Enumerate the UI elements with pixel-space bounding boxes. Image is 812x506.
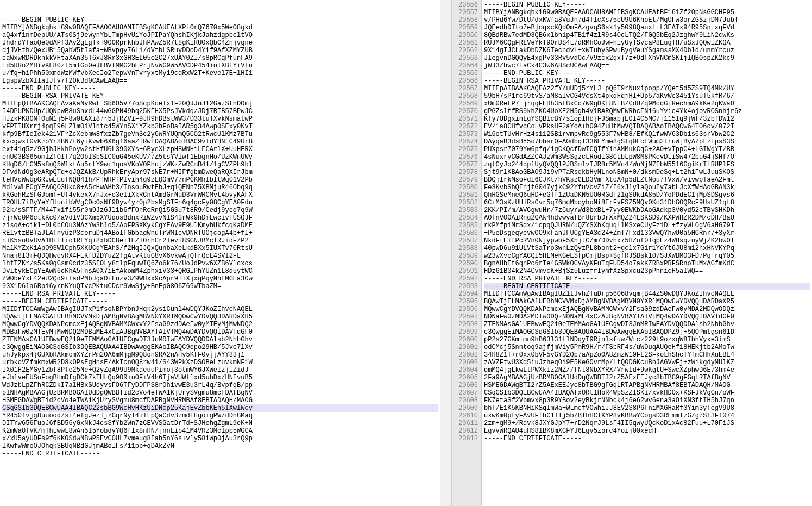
code-line: teHVcWwUpGRJwEEcTNQU41h/PTWRPfPlvih4g9zE… [2,176,438,184]
line-number: 20587 [453,237,478,245]
code-line: caWxwRDRDknkkVHtaXAn35T6xJ8Rr3xGH3EL05o2… [2,54,438,62]
code-line: BQAwTjELMAKGAlUEBhMCVVMxDjAMBgNVBAgMBVN0… [2,313,438,321]
line-number: 20580 [453,184,478,191]
code-line: RUJM6CQgFRLVeYkT9OrDS4L7dRMhCoJwFhlyUyTS… [484,39,810,47]
line-number: 20611 [453,420,478,427]
line-number: 20559 [453,24,478,32]
code-line: MQwwCgYDVQQKDANPcmcxEjAQBgNVBAMMCWxvY2Fs… [484,305,810,313]
code-line: rkPMfpiMrSdx/1cpqQJURN/uQZYSXhKquqLlMSxe… [484,222,810,229]
code-line: /W0beYxL42eU2Qd9iIadPMbJgaD+Luzv3Z9WHxx9… [2,275,438,283]
code-line: MIIEpAIBAAKCAQEAz2fY/uUDj5rYLJ+pQ6T9rNux… [484,85,810,92]
line-number: 20612 [453,427,478,435]
pane-separator[interactable] [440,0,452,506]
line-number: 20613 [453,435,478,442]
code-line: 2KK/PI/m/AVCgwuHr/7zCuyrWd3bxBL+7yy0EWKb… [484,207,810,214]
code-line: ZTENMAsGAlUEBwwEQ210eTEMMAoGAlUECgwDT3Jn… [484,321,810,328]
code-line: eJhlveEUSoFogBHmDfgDCk7kTHLQq9OR+n0F+V4h… [2,374,438,382]
line-number: 20607 [453,389,478,397]
code-line: bhT/E1K5KBNHiKSqImWa+WLmcfVOwhiJJ8EV2S8P… [484,404,810,412]
code-line: ext41q5z/9GjhJHkhPoyw2stHfU6L390XYs+6Bye… [2,146,438,153]
code-line: 92k/sSFTF/M44Txifi55r0m9JzGJlib6fFOnRcRn… [2,207,438,214]
line-number: 20595 [453,298,478,305]
code-line: -----BEGIN CERTIFICATE----- [484,283,810,290]
line-number-gutter: 2055620557205582055920560205612056220563… [452,0,482,506]
line-number: 20576 [453,153,478,161]
code-line: 2zm+gM9+/Rdvk8JXYGJpY7+rD2NqrJ9LsF4II5qw… [484,420,810,427]
code-line: HSMEGDAWgBTI2rZ5AExEEJyc8bTBG9gFGqLRTAPB… [484,382,810,389]
code-line: -----END CERTIFICATE----- [484,435,810,442]
code-line: kKGohRzSFGJomT+Uf4ykexX7nJx+o3eliXkRCntA… [2,191,438,199]
code-line: DvltykECgYEAwN6cKhA5FnsA0X7iEfAkomM4Zphx… [2,267,438,275]
line-number: 20604 [453,366,478,374]
line-number: 20575 [453,146,478,153]
line-number: 20590 [453,260,478,267]
line-number: 20591 [453,267,478,275]
line-number: 20556 [453,1,478,9]
code-line: -----END CERTIFICATE----- [2,450,438,458]
line-number: 20592 [453,275,478,283]
code-line: WdJzbLpZFhRCZDkI7alHBxSUoyvsFO6TFyDDFPS8… [2,382,438,389]
code-line: JhdrdYTaoQe0dAPf3Ay2gEgTkT9OORprkhbJhPAw… [2,39,438,47]
line-number: 20572 [453,123,478,130]
line-number: 20602 [453,351,478,359]
code-line: qjJVHth/QexUB15QahW5tIafa+WBvpgy76L1/dVt… [2,47,438,54]
code-line: HSMEGDAWgBTid2cVo4eTWA1KjUrySVgmu8mcfDAP… [2,397,438,404]
code-line: IX01H2EMGy1Zbf8Pfe25Ne+Q2yZqA99U9MkdeuuP… [2,366,438,374]
line-number: 20564 [453,62,478,70]
line-number: 20605 [453,374,478,382]
line-number: 20561 [453,39,478,47]
left-code: -----BEGIN PUBLIC KEY-----MIIBYjANBgkqhk… [2,16,438,458]
code-line: LgspWzbXIIaIJTv7f2OkBd0CAwEAAQ== [2,77,438,85]
right-code: -----BEGIN PUBLIC KEY-----MIIBYjANBgkqhk… [482,0,812,506]
code-line: -----BEGIN PUBLIC KEY----- [2,16,438,24]
code-line: YR450fvjg8uuood/s+4efgJezljzGqrNyT4iILpQ… [2,412,438,420]
code-line: uxwKm0ptyFAvUFfhC1TTj5b/BIhHCTXYP8vKBBwY… [484,412,810,420]
code-line: -----BEGIN CERTIFICATE----- [2,298,438,305]
line-number: 20601 [453,343,478,351]
line-number: 20594 [453,290,478,298]
code-line: KHqD6/LCM5s8nQ5WlktAu5rtY9w+1qosVKoVOPhu… [2,161,438,168]
code-line: Ed5RRo2MHivKE80zt5mTGo0eJLBVfMMG2bEPrjNv… [2,62,438,70]
line-number: 20569 [453,100,478,108]
code-line: TROHU7iByYeYfHunibWVgCDcOsNf9Dyw4yz0p2bs… [2,199,438,207]
code-line: -----BEGIN RSA PRIVATE KEY----- [484,77,810,85]
code-line: lKwfWWmoOJOhqkSBUqNBdGJjmABolFs711pp+qDA… [2,442,438,450]
left-pane[interactable]: -----BEGIN PUBLIC KEY-----MIIBYjANBgkqhk… [0,0,440,506]
code-line: K2mWaOfVK/mThLwwL8wAn5I5YobdyYQ6flx8nHN/… [2,427,438,435]
code-line: MIIEpQIBAAKCAQEAvaKaNvRwf+Sb6O5V77oScpKc… [2,100,438,108]
diff-view: -----BEGIN PUBLIC KEY-----MIIBYjANBgkqhk… [0,0,812,506]
line-number: 20586 [453,229,478,237]
code-line: -----BEGIN RSA PRIVATE KEY----- [2,92,438,100]
line-number: 20608 [453,397,478,404]
code-line: vFPTIHXrrj4pqI96LZlmOiVlntc45WYnSXiYZkb3… [2,123,438,130]
code-line: odCMcj5Snntoq9ajfjmViy5PmR9H/r/FSbRF4s/u… [484,343,810,351]
code-line: zAVZFtwU3Xq5iuJzheqOi9E5KeGOvrMp/LtQODGK… [484,359,810,366]
line-number: 20593 [453,283,478,290]
code-line: 40pwD6u91ULVtSaTro3wnLzQyzPL8bont2+gclx7… [484,245,810,252]
code-line: -----BEGIN PUBLIC KEY----- [484,1,810,9]
code-line: kxcgwxT0vKzoYr8BN7t6y+Kvwb6X6gf6aaZTRwID… [2,138,438,146]
code-line: DFvdNdOg3eARpQTq+oJQZAkB/UpRhkEryApr97sN… [2,168,438,176]
code-line: NDNaFw0zMDA2MDIwODQzNDNaME4xCzAJBgNVBAYT… [484,313,810,321]
code-line: u/fq+hiPhh50xmdWzMWfvbXeoIo2TepwVnTvryxt… [2,70,438,77]
line-number: 20582 [453,199,478,207]
code-line: DAyqaB3dsBY5o7bhsrOFA0dbqT336EYmw8gSIq0E… [484,138,810,146]
code-line: QhHGSeMneQ6uHD+eGTf1ZUaDKN5UO0RGdT21gSUk… [484,191,810,199]
code-line: PUXpsr7079Yw6pfq/1gCKQcfDwICQIfYinAMMukC… [484,146,810,153]
code-line: MdlvWLECgYEA6QO3Ukc8+A5rHwAHh3/TnsouRwtE… [2,184,438,191]
code-line: xUm0ReLP7ljrqqFEHh35fBxCo7W9gDKE8N+B/GdU… [484,100,810,108]
code-line: Kfy7UDgxinLgYSQBlcBY/s1opIHcjFJSmapjEOI4… [484,115,810,123]
code-line: MIIDfTCCAmWgAwIBAgIUJTxP1fsoNBPYbnJHqk2y… [2,305,438,313]
code-line: 6C+M3sKzUHiRsCvr5q76mcMbcyhoNi8ErFvFSZ5M… [484,199,810,207]
line-number: 20577 [453,161,478,168]
code-line: AOTnVOOAiRng2GAk4hdvwyafBr8brbDrXxMQZ24L… [484,214,810,222]
line-number: 20598 [453,321,478,328]
code-line: RElvtzBBTaJLATnyuzP3coruDj4ABoIFGbbagWnu… [2,229,438,237]
code-line: kfp9BfIeIek421VFrZcXebmw8fxzZb7geVnSc2y6… [2,130,438,138]
line-number: 20609 [453,404,478,412]
code-line: MDBaFw0zMTEyMjMwNDQ2MDBaME4xCzAJBgNVBAYT… [2,328,438,336]
code-line: -----END PUBLIC KEY----- [2,85,438,92]
code-line: EgvvWRQAU4uHS81BK8mXCFYJ6Egy5zprc4Yoij00… [484,427,810,435]
line-number: 20588 [453,245,478,252]
right-pane[interactable]: 2055620557205582055920560205612056220563… [452,0,812,506]
